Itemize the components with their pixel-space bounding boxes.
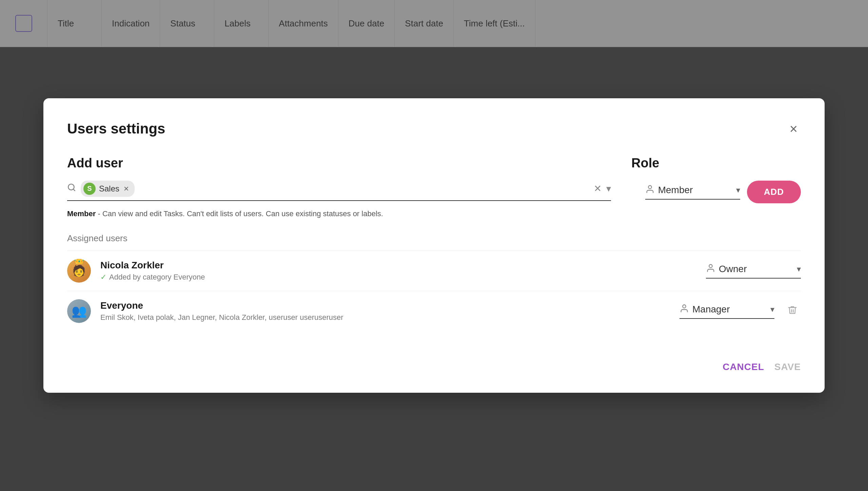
check-icon: ✓ — [100, 273, 106, 282]
role-title: Role — [631, 156, 659, 170]
nicola-sub: ✓ Added by category Everyone — [100, 273, 696, 282]
svg-point-4 — [683, 305, 686, 308]
role-dropdown-arrow: ▾ — [736, 185, 740, 195]
search-input[interactable] — [139, 184, 589, 193]
user-search-wrapper: S Sales ✕ ✕ ▾ — [67, 181, 611, 201]
cancel-button[interactable]: CANCEL — [723, 362, 764, 372]
nicola-name: Nicola Zorkler — [100, 260, 696, 271]
tag-label: Sales — [99, 184, 119, 193]
everyone-sub: Emil Skok, Iveta polak, Jan Legner, Nico… — [100, 313, 670, 322]
delete-everyone-button[interactable] — [784, 305, 801, 318]
search-actions: ✕ ▾ — [594, 183, 611, 194]
nicola-role-wrapper[interactable]: Owner ▾ — [706, 263, 801, 279]
role-selected-value: Member — [658, 185, 733, 196]
tag-avatar-s: S — [83, 183, 96, 195]
role-row: Member ▾ ADD — [645, 181, 801, 203]
search-icon — [67, 183, 76, 194]
avatar-everyone: 👥 — [67, 299, 91, 323]
modal-overlay: Users settings × Add user S Sales — [0, 0, 868, 491]
add-user-button[interactable]: ADD — [747, 181, 801, 203]
everyone-role-label: Manager — [692, 304, 767, 315]
svg-point-3 — [709, 264, 712, 267]
clear-search-button[interactable]: ✕ — [594, 183, 601, 194]
member-label: Member — [67, 209, 96, 218]
modal-footer: CANCEL SAVE — [67, 351, 801, 372]
everyone-sub-text: Emil Skok, Iveta polak, Jan Legner, Nico… — [100, 313, 343, 322]
everyone-info: Everyone Emil Skok, Iveta polak, Jan Leg… — [100, 300, 670, 322]
modal-title: Users settings — [67, 121, 165, 137]
person-icon-nicola — [706, 263, 715, 275]
member-description: Member - Can view and edit Tasks. Can't … — [67, 208, 611, 220]
user-row-nicola: 👑 🧑 Nicola Zorkler ✓ Added by category E… — [67, 250, 801, 291]
member-desc-text: - Can view and edit Tasks. Can't edit li… — [98, 209, 383, 218]
add-user-title: Add user — [67, 156, 611, 170]
person-icon — [645, 184, 655, 196]
search-dropdown-button[interactable]: ▾ — [606, 183, 611, 194]
person-icon-everyone — [679, 304, 689, 315]
users-settings-modal: Users settings × Add user S Sales — [43, 98, 825, 393]
assigned-users-section: Assigned users 👑 🧑 Nicola Zorkler ✓ Adde… — [67, 233, 801, 331]
nicola-avatar-emoji: 🧑 — [72, 264, 86, 277]
nicola-sub-text: Added by category Everyone — [109, 273, 205, 282]
svg-point-2 — [648, 185, 651, 188]
tag-remove-button[interactable]: ✕ — [123, 185, 130, 192]
everyone-name: Everyone — [100, 300, 670, 311]
everyone-avatar-emoji: 👥 — [72, 304, 87, 318]
close-button[interactable]: × — [786, 119, 801, 139]
svg-line-1 — [73, 189, 75, 191]
role-select-wrapper[interactable]: Member ▾ — [645, 184, 740, 200]
avatar-nicola: 👑 🧑 — [67, 259, 91, 283]
modal-header: Users settings × — [67, 119, 801, 139]
role-section: Role Member ▾ ADD — [631, 156, 801, 203]
everyone-role-wrapper[interactable]: Manager ▾ — [679, 304, 774, 319]
everyone-role-arrow: ▾ — [770, 305, 774, 314]
user-row-everyone: 👥 Everyone Emil Skok, Iveta polak, Jan L… — [67, 291, 801, 331]
selected-tag-sales: S Sales ✕ — [81, 181, 135, 197]
nicola-role-label: Owner — [719, 264, 793, 274]
nicola-info: Nicola Zorkler ✓ Added by category Every… — [100, 260, 696, 282]
nicola-role-arrow: ▾ — [797, 264, 801, 274]
save-button[interactable]: SAVE — [774, 362, 801, 372]
crown-icon: 👑 — [74, 259, 84, 265]
add-user-section: Add user S Sales ✕ ✕ — [67, 156, 611, 220]
assigned-users-title: Assigned users — [67, 233, 801, 244]
